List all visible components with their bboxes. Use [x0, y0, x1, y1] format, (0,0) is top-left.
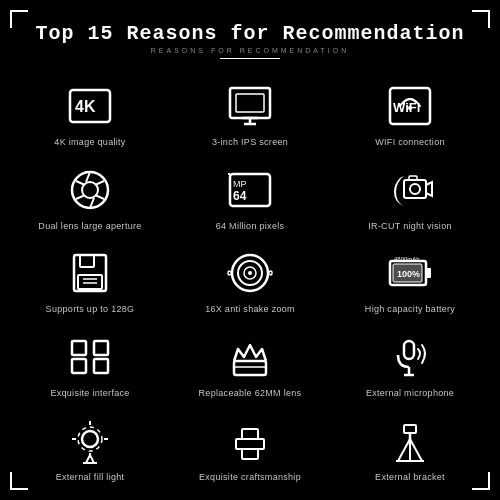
- svg-line-62: [398, 439, 410, 461]
- feature-bracket-label: External bracket: [375, 472, 445, 484]
- bracket-icon: [385, 416, 435, 466]
- feature-zoom: 16X anti shake zoom: [170, 240, 330, 324]
- feature-aperture: Dual lens large aperture: [10, 157, 170, 241]
- svg-text:4800mAh: 4800mAh: [394, 256, 420, 262]
- feature-ircut-label: IR-CUT night vision: [368, 221, 452, 233]
- feature-mic-label: External microphone: [366, 388, 454, 400]
- header: Top 15 Reasons for Recommendation REASON…: [35, 22, 464, 63]
- svg-rect-6: [236, 94, 264, 112]
- craftsmanship-icon: [225, 416, 275, 466]
- ips-icon: [225, 81, 275, 131]
- header-divider: [220, 58, 280, 59]
- feature-4k-label: 4K image quality: [54, 137, 125, 149]
- corner-bl: [10, 472, 28, 490]
- feature-filllight-label: External fill light: [56, 472, 125, 484]
- storage-icon: [65, 248, 115, 298]
- svg-line-14: [95, 195, 104, 199]
- svg-rect-21: [404, 180, 426, 198]
- page-subtitle: REASONS FOR RECOMMENDATION: [35, 47, 464, 54]
- aperture-icon: [65, 165, 115, 215]
- svg-rect-58: [236, 439, 264, 449]
- feature-mic: External microphone: [330, 324, 490, 408]
- main-container: Top 15 Reasons for Recommendation REASON…: [10, 10, 490, 490]
- feature-4k: 4K 4K image quality: [10, 73, 170, 157]
- filllight-icon: [65, 416, 115, 466]
- svg-line-13: [95, 181, 104, 185]
- svg-rect-43: [234, 361, 266, 375]
- corner-tl: [10, 10, 28, 28]
- feature-ircut: IR-CUT night vision: [330, 157, 490, 241]
- feature-filllight: External fill light: [10, 408, 170, 492]
- feature-wifi-label: WIFI connection: [375, 137, 445, 149]
- feature-battery: 100% 4800mAh High capacity battery: [330, 240, 490, 324]
- corner-br: [472, 472, 490, 490]
- svg-point-10: [72, 172, 108, 208]
- mic-icon: [385, 332, 435, 382]
- svg-rect-25: [80, 255, 94, 267]
- feature-battery-label: High capacity battery: [365, 304, 455, 316]
- page-title: Top 15 Reasons for Recommendation: [35, 22, 464, 45]
- svg-point-48: [82, 431, 98, 447]
- 4k-icon: 4K: [65, 81, 115, 131]
- feature-interface: Exquisite interface: [10, 324, 170, 408]
- feature-wifi: WiFi WIFI connection: [330, 73, 490, 157]
- svg-text:64: 64: [233, 189, 247, 203]
- svg-point-9: [408, 106, 412, 110]
- svg-line-63: [410, 439, 422, 461]
- feature-mp: MP 64 64 Million pixels: [170, 157, 330, 241]
- feature-ips-label: 3-inch IPS screen: [212, 137, 288, 149]
- svg-text:100%: 100%: [397, 269, 420, 279]
- svg-rect-57: [242, 449, 258, 459]
- zoom-icon: [225, 248, 275, 298]
- svg-rect-59: [242, 429, 258, 439]
- feature-interface-label: Exquisite interface: [50, 388, 129, 400]
- ircut-icon: [385, 165, 435, 215]
- interface-icon: [65, 332, 115, 382]
- svg-line-54: [86, 455, 90, 463]
- battery-icon: 100% 4800mAh: [385, 248, 435, 298]
- mp-icon: MP 64: [225, 165, 275, 215]
- svg-text:MP: MP: [233, 179, 247, 189]
- feature-storage-label: Supports up to 128G: [46, 304, 135, 316]
- svg-line-55: [90, 455, 94, 463]
- feature-bracket: External bracket: [330, 408, 490, 492]
- svg-rect-34: [426, 268, 431, 278]
- svg-rect-40: [94, 341, 108, 355]
- lens-icon: [225, 332, 275, 382]
- svg-point-22: [410, 184, 420, 194]
- feature-storage: Supports up to 128G: [10, 240, 170, 324]
- svg-text:4K: 4K: [75, 98, 96, 115]
- svg-rect-60: [404, 425, 416, 433]
- feature-craftsmanship: Exquisite craftsmanship: [170, 408, 330, 492]
- feature-lens: Replaceable 62MM lens: [170, 324, 330, 408]
- svg-line-17: [76, 181, 85, 185]
- feature-mp-label: 64 Million pixels: [216, 221, 285, 233]
- svg-rect-23: [409, 176, 417, 180]
- feature-zoom-label: 16X anti shake zoom: [205, 304, 295, 316]
- features-grid: 4K 4K image quality 3-inch IPS screen: [10, 73, 490, 491]
- svg-rect-26: [78, 275, 102, 289]
- wifi-icon: WiFi: [385, 81, 435, 131]
- feature-lens-label: Replaceable 62MM lens: [199, 388, 302, 400]
- feature-ips: 3-inch IPS screen: [170, 73, 330, 157]
- svg-rect-39: [72, 341, 86, 355]
- svg-rect-45: [404, 341, 414, 359]
- svg-rect-42: [94, 359, 108, 373]
- corner-tr: [472, 10, 490, 28]
- svg-point-32: [248, 271, 252, 275]
- svg-rect-41: [72, 359, 86, 373]
- feature-aperture-label: Dual lens large aperture: [38, 221, 141, 233]
- feature-craftsmanship-label: Exquisite craftsmanship: [199, 472, 301, 484]
- svg-line-16: [76, 195, 85, 199]
